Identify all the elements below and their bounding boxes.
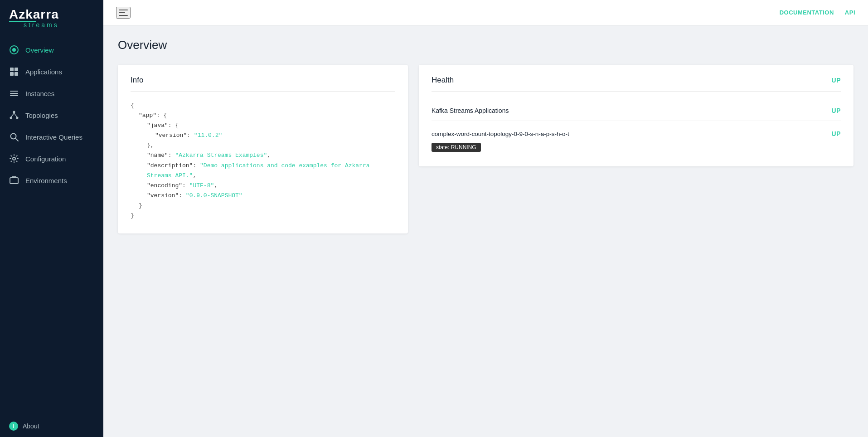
sidebar-item-configuration-label: Configuration <box>25 155 66 163</box>
logo: Azkarra streams <box>0 0 103 35</box>
interactive-queries-icon <box>9 132 19 142</box>
svg-rect-5 <box>15 72 18 76</box>
topbar: DOCUMENTATION API <box>103 0 868 25</box>
sidebar-item-overview[interactable]: Overview <box>0 39 103 61</box>
svg-rect-3 <box>15 68 18 71</box>
sidebar-item-applications[interactable]: Applications <box>0 61 103 83</box>
sidebar-item-topologies[interactable]: Topologies <box>0 104 103 126</box>
logo-subtitle: streams <box>9 22 59 28</box>
documentation-link[interactable]: DOCUMENTATION <box>780 9 834 16</box>
state-badge: state: RUNNING <box>432 140 841 152</box>
topology-name-row: complex-word-count-topology-0-9-0-s-n-a-… <box>432 126 841 140</box>
code-line-11: } <box>131 211 395 221</box>
kafka-streams-name: Kafka Streams Applications <box>432 107 509 114</box>
sidebar-item-topologies-label: Topologies <box>25 112 58 119</box>
sidebar-item-overview-label: Overview <box>25 46 54 54</box>
code-line-5: }, <box>131 141 395 151</box>
sidebar-item-instances-label: Instances <box>25 90 54 97</box>
svg-point-16 <box>13 157 15 160</box>
svg-rect-2 <box>10 68 14 71</box>
health-card-title: Health <box>432 76 454 85</box>
main-content: DOCUMENTATION API Overview Info { "app":… <box>103 0 868 437</box>
svg-point-11 <box>16 117 19 119</box>
overview-icon <box>9 45 19 55</box>
topology-name: complex-word-count-topology-0-9-0-s-n-a-… <box>432 131 569 137</box>
about-icon: i <box>9 422 18 431</box>
topbar-left <box>116 7 131 19</box>
topology-status: UP <box>832 130 841 137</box>
applications-icon <box>9 67 19 77</box>
environments-icon <box>9 175 19 185</box>
cards-row: Info { "app": { "java": { "version": "11… <box>118 65 853 233</box>
sidebar-nav: Overview Applications <box>0 35 103 415</box>
sidebar-item-interactive-queries[interactable]: Interactive Queries <box>0 126 103 148</box>
code-line-7: "description": "Demo applications and co… <box>131 161 395 181</box>
logo-name: Azkarra <box>9 8 59 21</box>
sidebar-footer[interactable]: i About <box>0 415 103 437</box>
svg-rect-17 <box>10 178 18 184</box>
state-badge-text: state: RUNNING <box>432 143 481 152</box>
code-line-9: "version": "0.9.0-SNAPSHOT" <box>131 191 395 201</box>
topologies-icon <box>9 110 19 120</box>
topbar-links: DOCUMENTATION API <box>780 9 855 16</box>
health-overall-status: UP <box>832 77 841 84</box>
info-card-title: Info <box>131 76 395 92</box>
code-line-1: { <box>131 101 395 111</box>
menu-line-3 <box>119 15 128 16</box>
sidebar: Azkarra streams Overview <box>0 0 103 437</box>
kafka-streams-row: Kafka Streams Applications UP <box>432 101 841 121</box>
instances-icon <box>9 88 19 98</box>
info-code-block: { "app": { "java": { "version": "11.0.2"… <box>131 101 395 221</box>
page-area: Overview Info { "app": { "java": { "vers… <box>103 25 868 437</box>
sidebar-item-interactive-queries-label: Interactive Queries <box>25 133 82 141</box>
sidebar-item-applications-label: Applications <box>25 68 62 76</box>
sidebar-item-instances[interactable]: Instances <box>0 83 103 104</box>
code-line-4: "version": "11.0.2" <box>131 131 395 141</box>
code-line-8: "encoding": "UTF-8", <box>131 181 395 191</box>
health-card-header: Health UP <box>432 76 841 92</box>
menu-line-1 <box>119 10 128 10</box>
svg-point-9 <box>13 111 15 113</box>
svg-line-15 <box>15 138 18 141</box>
code-line-10: } <box>131 201 395 211</box>
health-topology-details: complex-word-count-topology-0-9-0-s-n-a-… <box>432 121 841 154</box>
svg-point-10 <box>10 117 12 119</box>
svg-rect-4 <box>10 72 14 76</box>
code-line-3: "java": { <box>131 121 395 131</box>
code-line-6: "name": "Azkarra Streams Examples", <box>131 151 395 160</box>
svg-line-12 <box>11 113 14 117</box>
logo-text: Azkarra streams <box>9 8 59 28</box>
health-card: Health UP Kafka Streams Applications UP … <box>419 65 853 166</box>
code-line-2: "app": { <box>131 111 395 121</box>
page-title: Overview <box>118 38 853 52</box>
api-link[interactable]: API <box>845 9 855 16</box>
sidebar-item-environments-label: Environments <box>25 177 67 185</box>
menu-line-2 <box>119 12 125 13</box>
menu-toggle-button[interactable] <box>116 7 131 19</box>
svg-line-13 <box>14 113 17 117</box>
about-label: About <box>23 422 39 430</box>
svg-point-1 <box>12 48 16 52</box>
sidebar-item-configuration[interactable]: Configuration <box>0 148 103 170</box>
info-card: Info { "app": { "java": { "version": "11… <box>118 65 408 233</box>
sidebar-item-environments[interactable]: Environments <box>0 170 103 191</box>
kafka-streams-status: UP <box>832 107 841 114</box>
configuration-icon <box>9 154 19 164</box>
